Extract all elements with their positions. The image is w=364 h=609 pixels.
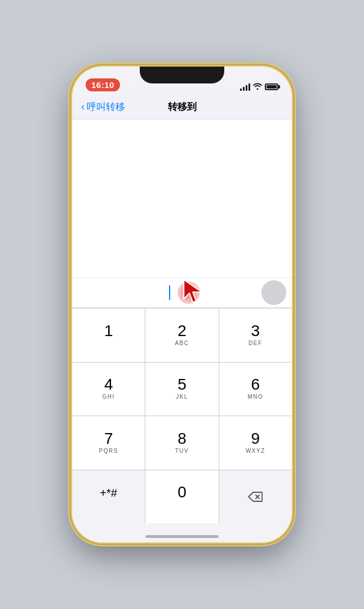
key-symbols[interactable]: +*# — [72, 470, 145, 524]
back-label: 呼叫转移 — [87, 100, 125, 113]
wifi-icon — [253, 82, 262, 91]
key-9[interactable]: 9 WXYZ — [219, 416, 292, 470]
key-2[interactable]: 2 ABC — [145, 308, 218, 362]
content-area: 1 2 ABC 3 DEF 4 GHI 5 JKL — [72, 120, 292, 542]
back-button[interactable]: ‹ 呼叫转移 — [81, 100, 125, 113]
key-3[interactable]: 3 DEF — [219, 308, 292, 362]
home-indicator — [145, 535, 219, 538]
nav-bar: ‹ 呼叫转移 转移到 — [72, 95, 292, 120]
page-title: 转移到 — [168, 100, 197, 113]
key-5[interactable]: 5 JKL — [145, 363, 218, 416]
dialpad: 1 2 ABC 3 DEF 4 GHI 5 JKL — [72, 308, 292, 542]
phone-frame: 16:10 ‹ 呼叫转移 转移到 — [72, 67, 292, 542]
notch — [140, 67, 224, 83]
battery-icon — [265, 83, 278, 90]
key-1[interactable]: 1 — [72, 308, 145, 362]
text-cursor — [169, 285, 170, 300]
signal-icon — [240, 83, 250, 91]
chevron-left-icon: ‹ — [81, 101, 85, 113]
key-0[interactable]: 0 — [145, 470, 218, 524]
svg-marker-0 — [184, 280, 202, 302]
dialpad-grid: 1 2 ABC 3 DEF 4 GHI 5 JKL — [72, 308, 292, 523]
input-clear-button[interactable] — [261, 280, 286, 305]
backspace-button[interactable] — [219, 470, 292, 524]
mouse-cursor — [179, 277, 206, 307]
status-icons — [240, 82, 278, 91]
key-7[interactable]: 7 PQRS — [72, 416, 145, 470]
key-4[interactable]: 4 GHI — [72, 363, 145, 416]
backspace-icon — [247, 491, 263, 502]
key-8[interactable]: 8 TUV — [145, 416, 218, 470]
status-time: 16:10 — [86, 78, 120, 91]
input-display — [72, 120, 292, 277]
key-6[interactable]: 6 MNO — [219, 363, 292, 416]
